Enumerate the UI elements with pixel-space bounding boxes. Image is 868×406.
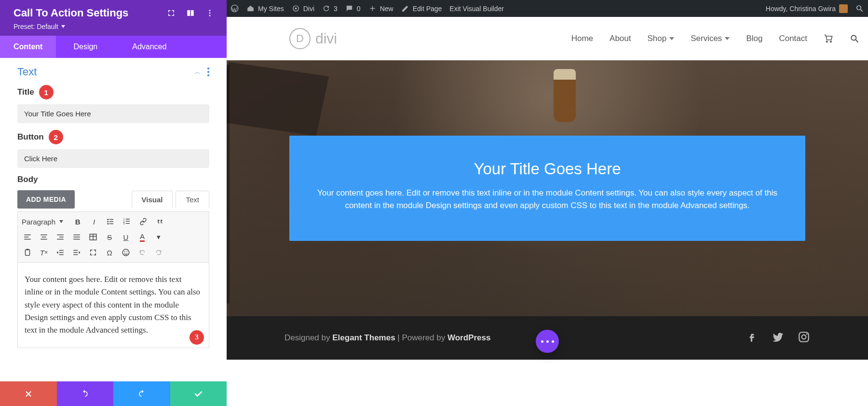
panel-actions	[0, 381, 227, 406]
site-logo[interactable]: D divi	[289, 28, 337, 49]
paragraph-select[interactable]: Paragraph	[22, 218, 67, 226]
fullscreen-icon[interactable]	[87, 247, 99, 258]
section-text-header[interactable]: Text ︿	[17, 66, 209, 78]
svg-rect-35	[73, 250, 78, 251]
facebook-icon[interactable]	[746, 331, 758, 346]
nav-shop[interactable]: Shop	[647, 34, 674, 43]
wp-logo[interactable]	[231, 4, 239, 13]
align-center-icon[interactable]	[38, 231, 50, 243]
kebab-icon[interactable]	[207, 68, 209, 76]
cta-module[interactable]: Your Title Goes Here Your content goes h…	[289, 136, 805, 241]
svg-rect-6	[109, 221, 113, 222]
svg-line-45	[861, 10, 863, 12]
editor-tab-visual[interactable]: Visual	[132, 191, 173, 208]
expand-icon[interactable]	[167, 9, 176, 17]
special-char-icon[interactable]: Ω	[104, 247, 115, 258]
strikethrough-icon[interactable]: S	[104, 231, 115, 243]
instagram-icon[interactable]	[798, 331, 810, 346]
nav-blog[interactable]: Blog	[746, 34, 762, 43]
columns-icon[interactable]	[186, 9, 195, 17]
nav-services[interactable]: Services	[691, 34, 730, 43]
svg-point-3	[107, 219, 108, 220]
site-name-link[interactable]: Divi	[292, 4, 314, 13]
footer-theme-link[interactable]: Elegant Themes	[332, 333, 395, 342]
cancel-button[interactable]	[0, 381, 57, 406]
footer-wp-link[interactable]: WordPress	[448, 333, 490, 342]
outdent-icon[interactable]	[54, 247, 66, 258]
body-editor[interactable]: Your content goes here. Edit or remove t…	[17, 263, 209, 348]
quote-icon[interactable]	[154, 216, 165, 227]
page-preview: My Sites Divi 3 0 New Edit Page Exit Vis…	[227, 0, 868, 406]
caret-down-icon[interactable]: ▾	[153, 231, 164, 243]
tab-advanced[interactable]: Advanced	[115, 36, 180, 58]
paste-icon[interactable]	[22, 247, 33, 258]
undo-button[interactable]	[57, 381, 114, 406]
svg-rect-37	[73, 254, 78, 255]
comments-link[interactable]: 0	[345, 4, 361, 13]
search-icon[interactable]	[850, 34, 859, 43]
redo-icon[interactable]	[153, 247, 164, 258]
hero-section: Your Title Goes Here Your content goes h…	[227, 60, 868, 316]
svg-rect-4	[109, 219, 113, 220]
bullet-list-icon[interactable]	[105, 216, 116, 227]
updates-link[interactable]: 3	[322, 4, 338, 13]
svg-rect-34	[59, 254, 64, 255]
editor-tab-text[interactable]: Text	[176, 191, 209, 208]
search-icon[interactable]	[855, 4, 864, 13]
exit-visual-builder-link[interactable]: Exit Visual Builder	[449, 5, 504, 13]
svg-rect-21	[57, 235, 64, 236]
svg-rect-20	[41, 239, 47, 240]
save-button[interactable]	[170, 381, 227, 406]
emoji-icon[interactable]	[120, 247, 132, 258]
nav-contact[interactable]: Contact	[779, 34, 807, 43]
svg-rect-15	[24, 235, 31, 236]
panel-body: Text ︿ Title 1 Button 2 Body ADD MEDIA V…	[0, 58, 227, 381]
clear-format-icon[interactable]: T×	[38, 247, 50, 258]
logo-text: divi	[315, 30, 337, 47]
bold-icon[interactable]: B	[72, 216, 83, 227]
table-icon[interactable]	[87, 231, 99, 243]
link-icon[interactable]	[137, 216, 149, 227]
chevron-up-icon[interactable]: ︿	[195, 68, 201, 76]
align-justify-icon[interactable]	[71, 231, 82, 243]
nav-home[interactable]: Home	[571, 34, 593, 43]
tab-content[interactable]: Content	[0, 36, 56, 58]
svg-point-5	[107, 221, 108, 223]
body-field-label: Body	[17, 175, 38, 184]
twitter-icon[interactable]	[772, 331, 784, 346]
preset-selector[interactable]: Preset: Default	[14, 23, 65, 30]
indent-icon[interactable]	[71, 247, 82, 258]
edit-page-link[interactable]: Edit Page	[401, 4, 442, 13]
caret-down-icon	[61, 25, 65, 28]
panel-header: Call To Action Settings Preset: Default	[0, 0, 227, 36]
paragraph-select-label: Paragraph	[22, 218, 55, 226]
underline-icon[interactable]: U	[120, 231, 132, 243]
title-input[interactable]	[17, 104, 209, 123]
svg-rect-18	[41, 235, 47, 236]
svg-rect-10	[126, 219, 130, 220]
my-sites-link[interactable]: My Sites	[246, 4, 284, 13]
new-link[interactable]: New	[368, 4, 393, 13]
svg-point-40	[126, 252, 127, 252]
svg-point-2	[209, 15, 211, 16]
numbered-list-icon[interactable]: 123	[121, 216, 133, 227]
align-right-icon[interactable]	[54, 231, 66, 243]
text-color-icon[interactable]: A	[136, 231, 148, 243]
svg-point-44	[857, 6, 861, 10]
svg-rect-12	[126, 221, 130, 222]
italic-icon[interactable]: I	[88, 216, 100, 227]
button-input[interactable]	[17, 149, 209, 168]
nav-about[interactable]: About	[610, 34, 631, 43]
svg-point-50	[806, 333, 808, 335]
redo-button[interactable]	[113, 381, 170, 406]
align-left-icon[interactable]	[22, 231, 33, 243]
cart-icon[interactable]	[824, 34, 833, 43]
svg-point-42	[295, 7, 297, 9]
add-media-button[interactable]: ADD MEDIA	[17, 190, 75, 209]
builder-fab[interactable]	[536, 330, 559, 353]
howdy-user[interactable]: Howdy, Christina Gwira	[766, 4, 848, 13]
tab-design[interactable]: Design	[56, 36, 115, 58]
kebab-icon[interactable]	[205, 9, 214, 17]
svg-rect-24	[73, 235, 80, 236]
undo-icon[interactable]	[136, 247, 148, 258]
